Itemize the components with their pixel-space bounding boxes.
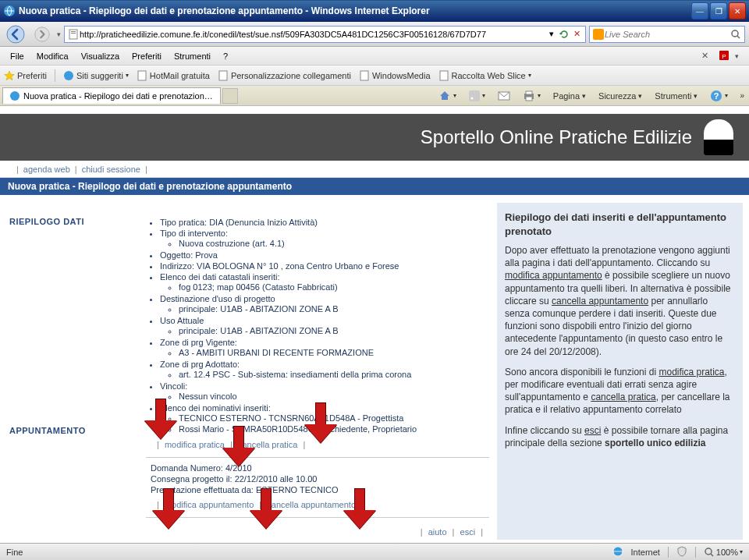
search-input[interactable] [605,30,729,39]
status-internet: Internet [631,548,660,557]
menu-help[interactable]: ? [217,49,234,63]
help-p2: Sono ancora disponibili le funzioni di m… [505,366,735,416]
banner-logo [704,119,733,155]
status-text: Fine [6,548,53,557]
link-esci[interactable]: esci [460,527,476,537]
back-button[interactable] [4,24,27,44]
chevrons-icon[interactable]: » [737,91,747,100]
page-icon [218,70,229,81]
dato-nominativi: Elenco dei nominativi inseriti: TECNICO … [160,402,489,435]
help-button[interactable]: ? ▾ [707,88,731,104]
strumenti-menu[interactable]: Strumenti [651,90,701,102]
ie-icon [9,90,20,101]
svg-point-11 [64,71,73,80]
dato-tipo-pratica: Tipo pratica: DIA (Denuncia Inizio Attiv… [160,217,489,228]
link-row-footer: | aiuto | esci | [146,523,489,540]
svg-rect-14 [360,71,368,80]
svg-line-8 [737,36,740,38]
svg-point-18 [470,97,473,99]
link-aiuto[interactable]: aiuto [428,527,447,537]
stop-button[interactable]: ✕ [570,28,583,41]
window-title: Nuova pratica - Riepilogo dei dati e pre… [19,5,691,16]
refresh-button[interactable] [558,28,570,41]
tab-label: Nuova pratica - Riepilogo dei dati e pre… [23,91,214,101]
dato-zone-vigente: Zone di prg Vigente: A3 - AMBITI URBANI … [160,337,489,359]
svg-point-1 [7,26,24,43]
maximize-button[interactable]: ❐ [710,2,727,19]
fav-hotmail[interactable]: HotMail gratuita [137,70,210,81]
fav-personalizza[interactable]: Personalizzazione collegamenti [218,70,351,81]
forward-button[interactable] [30,24,54,44]
help-title: Riepilogo dei dati inseriti e dell'appun… [505,211,735,238]
tab-active[interactable]: Nuova pratica - Riepilogo dei dati e pre… [2,87,221,104]
link-cancella-pratica[interactable]: cancella pratica [238,440,297,449]
ie-icon [3,5,16,17]
menu-visualizza[interactable]: Visualizza [75,49,126,63]
link-agenda-web[interactable]: agenda web [23,165,70,174]
browser-nav-bar: ▾ ▾ ✕ [0,22,749,47]
history-dropdown[interactable]: ▾ [57,30,61,38]
print-button[interactable]: ▾ [520,89,544,103]
protected-mode-icon [676,546,687,558]
divider [695,547,696,558]
help-p1: Dopo aver effettuato la prenotazione ven… [505,244,735,358]
close-x-icon[interactable]: ✕ [697,51,713,61]
new-tab-button[interactable] [222,88,238,104]
address-dropdown-icon[interactable]: ▾ [545,28,558,41]
help-icon: ? [710,90,722,102]
svg-rect-17 [469,90,480,101]
search-button[interactable] [729,28,742,41]
menu-preferiti[interactable]: Preferiti [126,49,168,63]
menu-file[interactable]: File [4,49,30,63]
site-banner: Sportello Online Pratiche Edilizie [0,114,749,161]
app-consegna: Consegna progetto il: 22/12/2010 alle 10… [151,473,489,484]
address-input[interactable] [80,30,545,39]
link-chiudi-sessione[interactable]: chiudi sessione [82,165,140,174]
mail-button[interactable] [495,89,513,103]
close-button[interactable]: ✕ [729,2,746,19]
tab-bar: Nuova pratica - Riepilogo dei dati e pre… [0,86,749,106]
dato-tipo-intervento: Tipo di intervento: Nuova costruzione (a… [160,228,489,250]
fav-windowsmedia[interactable]: WindowsMedia [359,70,431,81]
svg-rect-6 [593,29,604,40]
svg-point-26 [705,548,712,555]
site-nav-links: | agenda web | chiudi sessione | [0,161,749,178]
svg-text:P: P [722,53,726,60]
feeds-button[interactable]: ▾ [466,89,488,103]
minimize-button[interactable]: — [691,2,708,19]
fav-webslice[interactable]: Raccolta Web Slice ▾ [438,70,531,81]
svg-rect-22 [526,97,532,101]
pdf-dropdown-icon[interactable]: ▾ [735,52,745,60]
divider [55,69,55,82]
svg-rect-3 [69,30,77,39]
link-modifica-appuntamento[interactable]: modifica appuntamento [165,500,254,509]
link-row-appuntamento: | modifica appuntamento | cancella appun… [146,495,489,512]
link-modifica-pratica[interactable]: modifica pratica [165,440,225,449]
divider [146,517,489,518]
svg-rect-4 [71,31,76,32]
app-prenotazione: Prenotazione effettuata da: ESTERNO TECN… [151,484,489,495]
dato-vincoli: Vincoli: Nessun vincolo [160,381,489,402]
page-icon [359,70,370,81]
zoom-control[interactable]: 100% ▾ [704,547,743,558]
home-button[interactable]: ▾ [435,88,460,104]
divider [668,547,669,558]
svg-line-27 [711,554,713,556]
pagina-menu[interactable]: Pagina [550,90,589,102]
menu-modifica[interactable]: Modifica [30,49,75,63]
sicurezza-menu[interactable]: Sicurezza [595,90,645,102]
svg-point-16 [10,91,20,101]
favorites-button[interactable]: Preferiti [4,70,47,81]
star-icon [4,70,15,81]
svg-rect-5 [71,33,76,34]
globe-icon [612,546,623,558]
menu-strumenti[interactable]: Strumenti [168,49,217,63]
chevron-down-icon: ▾ [528,72,531,79]
fav-siti-suggeriti[interactable]: Siti suggeriti ▾ [63,70,129,81]
search-bar[interactable] [589,26,745,43]
address-bar[interactable]: ▾ ✕ [64,26,586,43]
pdf-convert-icon[interactable]: P [713,49,735,63]
link-cancella-appuntamento[interactable]: cancella appuntamento [267,500,356,509]
zoom-icon [704,547,715,558]
dato-indirizzo: Indirizzo: VIA BOLOGNA N° 10 , zona Cent… [160,261,489,271]
